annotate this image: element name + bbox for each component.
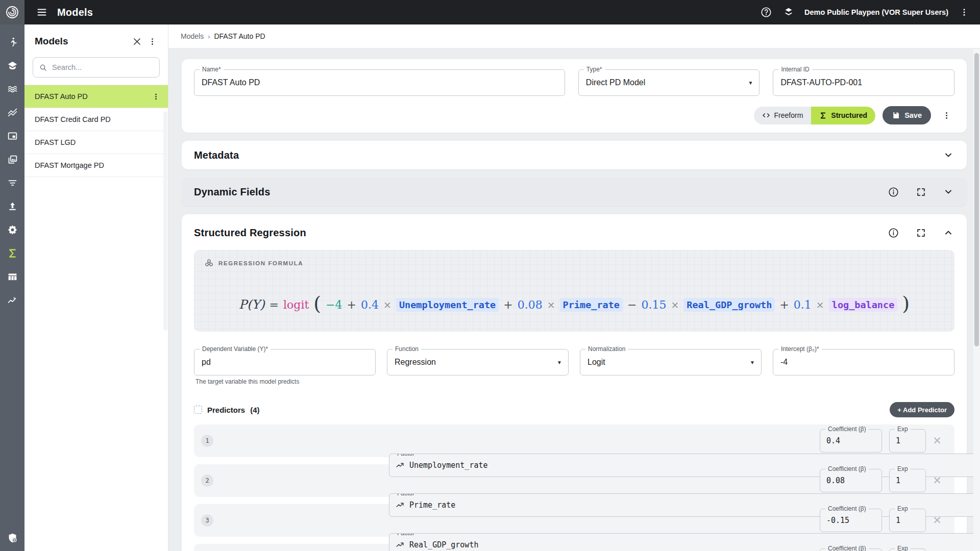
freeform-button[interactable]: Freeform <box>754 107 812 124</box>
exp-field[interactable]: Exp 1 <box>889 509 926 532</box>
predictor-factor-value[interactable]: Unemployment_rate <box>409 461 488 470</box>
function-select[interactable]: Function Regression ▼ <box>387 349 569 375</box>
predictors-count: (4) <box>250 406 259 414</box>
form-kebab-icon[interactable] <box>938 107 954 123</box>
exp-field[interactable]: Exp 1 <box>889 469 926 492</box>
exp-value[interactable]: 1 <box>896 516 900 525</box>
function-value[interactable]: Regression <box>387 349 568 375</box>
page-scrollbar[interactable] <box>973 49 980 551</box>
exp-value[interactable]: 1 <box>896 476 900 485</box>
normalization-select[interactable]: Normalization Logit ▼ <box>580 349 762 375</box>
sigma-icon[interactable] <box>6 247 18 259</box>
chevron-down-icon[interactable] <box>942 149 954 161</box>
exp-field[interactable]: Exp 1 <box>889 429 926 453</box>
internal-id-field[interactable]: Internal ID DFAST-AUTO-PD-001 <box>773 69 954 96</box>
list-item[interactable]: DFAST Auto PD <box>24 85 168 108</box>
exp-field[interactable]: Exp 1 <box>889 548 926 551</box>
internal-id-value[interactable]: DFAST-AUTO-PD-001 <box>773 70 954 95</box>
shield-add-icon[interactable] <box>6 532 18 544</box>
fullscreen-icon[interactable] <box>915 227 927 239</box>
dependent-variable-field[interactable]: Dependent Variable (Y)* pd The target va… <box>194 349 376 375</box>
item-kebab-icon[interactable] <box>149 89 163 104</box>
app-logo[interactable] <box>0 0 24 24</box>
formula-token-intercept: −4 <box>326 298 342 311</box>
coefficient-value[interactable]: -0.15 <box>826 516 849 525</box>
page-title: Models <box>57 7 93 18</box>
breadcrumb-parent[interactable]: Models <box>181 32 204 40</box>
layers-icon[interactable] <box>6 59 18 71</box>
panel-kebab-icon[interactable] <box>144 34 160 49</box>
chevron-up-icon[interactable] <box>942 227 954 239</box>
breadcrumb-separator: › <box>208 33 210 40</box>
workspace-icon[interactable] <box>782 6 795 19</box>
formula-token-op: = <box>270 298 279 311</box>
trend-icon <box>396 501 404 510</box>
tenant-label[interactable]: Demo Public Playpen (VOR Super Users) <box>804 8 948 16</box>
predictor-factor-value[interactable]: Real_GDP_growth <box>409 540 478 549</box>
chevron-down-icon: ▼ <box>750 360 755 365</box>
fullscreen-icon[interactable] <box>915 186 927 198</box>
upload-icon[interactable] <box>6 200 18 212</box>
drag-handle-icon <box>194 406 202 414</box>
intercept-field[interactable]: Intercept (β₀)* -4 <box>773 349 954 375</box>
app-rail <box>0 0 24 551</box>
table-columns-icon[interactable] <box>6 270 18 283</box>
coefficient-value[interactable]: 0.08 <box>826 476 845 485</box>
hamburger-menu-icon[interactable] <box>32 2 52 22</box>
filter-icon[interactable] <box>6 177 18 189</box>
info-icon[interactable] <box>887 186 899 198</box>
search-input[interactable] <box>52 63 153 71</box>
main-content: Models › DFAST Auto PD Name* DFAST Auto … <box>168 24 980 551</box>
list-item[interactable]: DFAST Mortgage PD <box>24 154 168 177</box>
scrollbar-thumb[interactable] <box>974 53 979 346</box>
model-name: DFAST Mortgage PD <box>35 161 163 169</box>
predictors-title: Predictors <box>207 406 245 414</box>
structured-button[interactable]: Structured <box>811 107 875 124</box>
coefficient-field[interactable]: Coefficient (β) 0.4 <box>820 429 882 453</box>
settings-gear-icon[interactable] <box>6 223 18 236</box>
predictor-index-badge: 2 <box>201 474 213 487</box>
dynamic-fields-title: Dynamic Fields <box>194 186 887 198</box>
predictor-factor-value[interactable]: Prime_rate <box>409 500 455 510</box>
name-value[interactable]: DFAST Auto PD <box>194 70 565 95</box>
add-predictor-button[interactable]: + Add Predictor <box>890 402 954 417</box>
help-icon[interactable] <box>760 6 773 19</box>
coefficient-field[interactable]: Coefficient (β) 0.08 <box>820 469 882 492</box>
chevron-down-icon[interactable] <box>942 186 954 198</box>
trend-icon <box>396 461 404 470</box>
type-value[interactable]: Direct PD Model <box>579 70 760 95</box>
dynamic-fields-section[interactable]: Dynamic Fields <box>182 178 967 206</box>
code-icon <box>762 111 770 119</box>
list-item[interactable]: DFAST LGD <box>24 131 168 154</box>
coefficient-value[interactable]: 0.4 <box>826 436 840 445</box>
breadcrumb: Models › DFAST Auto PD <box>168 24 980 48</box>
name-field[interactable]: Name* DFAST Auto PD <box>194 69 565 96</box>
intercept-value[interactable]: -4 <box>773 349 954 375</box>
waves-icon[interactable] <box>6 83 18 95</box>
picture-in-picture-icon[interactable] <box>6 130 18 142</box>
formula-token-factor: Unemployment_rate <box>396 298 499 312</box>
panel-scrollbar[interactable] <box>163 111 167 331</box>
knot-icon <box>204 258 214 268</box>
metadata-section[interactable]: Metadata <box>182 141 967 169</box>
info-icon[interactable] <box>887 227 899 239</box>
trending-lines-icon[interactable] <box>6 106 18 118</box>
coefficient-field[interactable]: Coefficient (β) 0.1 <box>820 548 882 551</box>
sparkline-icon[interactable] <box>6 294 18 306</box>
runner-icon[interactable] <box>6 36 18 48</box>
search-box[interactable] <box>33 57 160 78</box>
close-panel-icon[interactable] <box>129 34 144 49</box>
dependent-variable-value[interactable]: pd <box>194 349 375 375</box>
coefficient-field[interactable]: Coefficient (β) -0.15 <box>820 509 882 532</box>
gallery-icon[interactable] <box>6 153 18 165</box>
panel-title: Models <box>35 36 129 47</box>
exp-value[interactable]: 1 <box>896 436 900 445</box>
normalization-value[interactable]: Logit <box>580 349 761 375</box>
save-button[interactable]: Save <box>883 106 931 124</box>
type-select[interactable]: Type* Direct PD Model ▼ <box>578 69 760 96</box>
remove-predictor-button[interactable]: ✕ <box>926 430 948 452</box>
topbar-kebab-icon[interactable] <box>958 6 971 19</box>
trend-icon <box>396 541 404 549</box>
list-item[interactable]: DFAST Credit Card PD <box>24 108 168 131</box>
predictor-index-badge: 3 <box>201 514 213 527</box>
